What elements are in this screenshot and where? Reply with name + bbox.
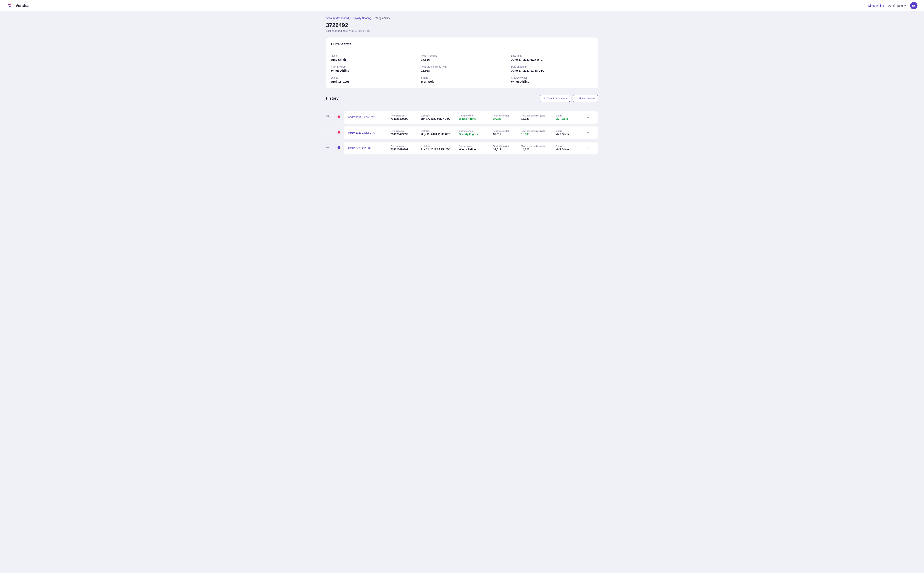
download-history-button[interactable]: + Download history	[540, 95, 570, 102]
logo: Vendia	[6, 2, 28, 9]
status-value: MVP Silver	[556, 133, 580, 136]
history-row: v2 05/19/2023 14:12 UTC Flyer program 71…	[326, 126, 598, 139]
breadcrumb-loyalty-sharing[interactable]: Loyalty Sharing	[353, 17, 371, 20]
field-status-value: MVP Gold	[421, 80, 503, 83]
filter-by-date-button[interactable]: + Filter by date	[573, 95, 598, 102]
change-owner-label: Change owner	[459, 130, 492, 132]
field-change-owner-value: Wings Airline	[511, 80, 593, 83]
history-card[interactable]: 04/12/2023 9:25 UTC Flyer program 714626…	[344, 141, 598, 154]
field-partner-miles-value: 15,938	[421, 69, 503, 72]
history-title: History	[326, 96, 338, 100]
field-joined: Joined April 15, 1998	[331, 76, 413, 83]
status-label: Status	[556, 114, 580, 117]
expand-row-button[interactable]	[581, 116, 590, 119]
total-miles-label: Total miles (ytd)	[493, 145, 520, 147]
expand-row-button[interactable]	[581, 146, 590, 150]
avatar[interactable]: ES	[910, 2, 918, 9]
page-title: 3726492	[326, 22, 598, 28]
partner-miles-value: 15,938	[521, 117, 554, 121]
breadcrumb-sep-2: ›	[373, 16, 374, 20]
page-subtitle: Last changed: 06/17/2023 11:58 UTC	[326, 29, 598, 32]
partner-miles-value: 14,326	[521, 148, 554, 151]
history-last-flight: Last flight Apr 12, 2023 05:15 UTC	[421, 145, 457, 151]
app-header: Vendia Wings Airline Admin Role ES	[0, 0, 924, 11]
last-flight-label: Last flight	[421, 130, 457, 132]
history-total-miles: Total miles (ytd) 37,012	[493, 145, 520, 151]
history-header: History + Download history + Filter by d…	[326, 95, 598, 102]
role-label: Admin Role	[888, 4, 903, 7]
field-name-label: Name	[331, 54, 413, 57]
field-total-miles-label: Total miles (ytd)	[421, 54, 503, 57]
timeline-dot	[338, 116, 340, 118]
history-date[interactable]: 05/19/2023 14:12 UTC	[348, 131, 389, 134]
field-joined-label: Joined	[331, 76, 413, 79]
history-card[interactable]: 06/17/2023 11:58 UTC Flyer program 71462…	[344, 111, 598, 124]
version-label: v3	[326, 111, 329, 118]
history-flyer-program: Flyer program 714626429392	[390, 130, 419, 136]
flyer-program-label: Flyer program	[390, 114, 419, 117]
flyer-program-value: 714626429392	[390, 117, 419, 121]
logo-text: Vendia	[16, 3, 28, 8]
history-date[interactable]: 06/17/2023 11:58 UTC	[348, 116, 389, 119]
field-flyer-program: Flyer program Wings Airline	[331, 65, 413, 72]
history-card[interactable]: 05/19/2023 14:12 UTC Flyer program 71462…	[344, 126, 598, 139]
total-miles-value: 37,836	[493, 117, 520, 121]
logo-icon	[6, 2, 14, 9]
timeline-line	[339, 119, 339, 124]
field-change-owner: Change owner Wings Airline	[511, 76, 593, 83]
change-owner-value: Wings Airline	[459, 117, 492, 121]
field-last-flight-label: Last flight	[511, 54, 593, 57]
version-col: v3	[326, 111, 337, 124]
filter-by-date-label: Filter by date	[579, 97, 595, 100]
history-date[interactable]: 04/12/2023 9:25 UTC	[348, 146, 389, 149]
last-flight-value: May 19, 2023 11:39 UTC	[421, 133, 457, 136]
field-partner-miles-label: Total partner miles (ytd)	[421, 65, 503, 68]
status-label: Status	[556, 145, 580, 147]
current-state-title: Current state	[331, 42, 593, 46]
field-last-flight: Last flight June 17, 2023 6:27 UTC	[511, 54, 593, 61]
total-miles-value: 37,012	[493, 148, 520, 151]
flyer-program-label: Flyer program	[390, 145, 419, 147]
change-owner-label: Change owner	[459, 145, 492, 147]
partner-miles-label: Total partner miles (ytd)	[521, 145, 554, 147]
history-actions: + Download history + Filter by date	[540, 95, 598, 102]
field-date-updated-value: June 17, 2023 11:58 UTC	[511, 69, 593, 72]
field-status: Status MVP Gold	[421, 76, 503, 83]
partner-miles-label: Total partner miles (ytd)	[521, 114, 554, 117]
history-partner-miles: Total partner miles (ytd) 15,938	[521, 130, 554, 136]
last-flight-value: Jun 17, 2023 06:27 UTC	[421, 117, 457, 121]
history-section: History + Download history + Filter by d…	[326, 95, 598, 157]
partner-miles-label: Total partner miles (ytd)	[521, 130, 554, 132]
download-history-label: Download history	[547, 97, 567, 100]
role-selector[interactable]: Admin Role	[888, 4, 906, 7]
status-value: MVP Silver	[556, 148, 580, 151]
last-flight-value: Apr 12, 2023 05:15 UTC	[421, 148, 457, 151]
partner-miles-value: 15,938	[521, 133, 554, 136]
last-flight-label: Last flight	[421, 145, 457, 147]
timeline-col	[337, 141, 341, 154]
field-joined-value: April 15, 1998	[331, 80, 413, 83]
timeline-dot	[338, 146, 340, 149]
org-name: Wings Airline	[868, 4, 884, 7]
history-divider	[326, 106, 598, 106]
timeline-col	[337, 111, 341, 124]
total-miles-label: Total miles (ytd)	[493, 114, 520, 117]
header-right: Wings Airline Admin Role ES	[868, 2, 918, 9]
history-change-owner: Change owner Wings Airline	[459, 145, 492, 151]
chevron-down-icon	[586, 146, 590, 150]
version-label: v2	[326, 126, 329, 133]
main-content: Account dashboard › Loyalty Sharing › Wi…	[319, 11, 605, 162]
breadcrumb-sep-1: ›	[350, 16, 351, 20]
field-name: Name Amy Smith	[331, 54, 413, 61]
expand-row-button[interactable]	[581, 131, 590, 135]
history-last-flight: Last flight May 19, 2023 11:39 UTC	[421, 130, 457, 136]
fields-grid: Name Amy Smith Total miles (ytd) 37,836 …	[331, 54, 593, 83]
flyer-program-value: 714626429392	[390, 133, 419, 136]
history-list: v3 06/17/2023 11:58 UTC Flyer program 71…	[326, 111, 598, 157]
timeline-dot	[338, 131, 340, 133]
version-col: v1	[326, 141, 337, 154]
version-col: v2	[326, 126, 337, 139]
status-label: Status	[556, 130, 580, 132]
current-state-card: Current state Name Amy Smith Total miles…	[326, 37, 598, 88]
breadcrumb-account-dashboard[interactable]: Account dashboard	[326, 17, 349, 20]
